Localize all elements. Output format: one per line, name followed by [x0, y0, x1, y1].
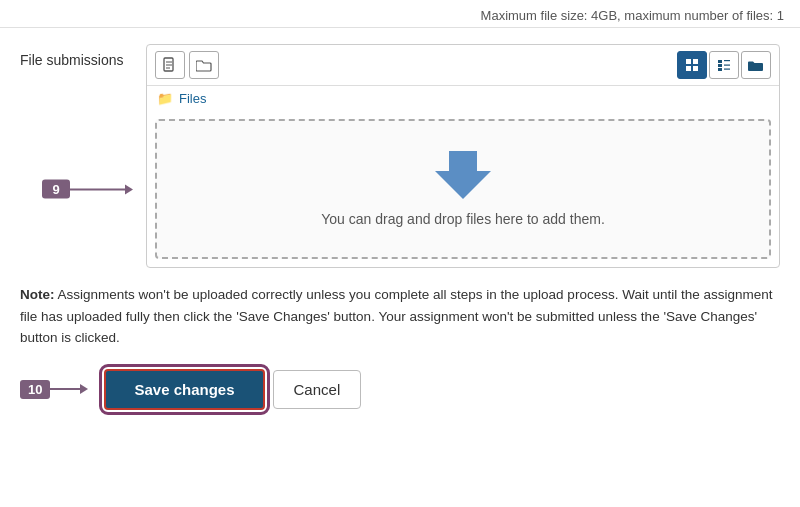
- breadcrumb-folder-icon: 📁: [157, 91, 173, 106]
- cancel-button[interactable]: Cancel: [273, 370, 362, 409]
- list-view-button[interactable]: [709, 51, 739, 79]
- callout-10-badge: 10: [20, 380, 50, 399]
- callout-9-container: 9: [42, 180, 133, 199]
- file-submissions-label: File submissions: [20, 44, 130, 68]
- note-section: Note: Assignments won't be uploaded corr…: [20, 284, 780, 349]
- grid-view-button[interactable]: [677, 51, 707, 79]
- note-body: Assignments won't be uploaded correctly …: [20, 287, 772, 345]
- svg-rect-9: [724, 60, 730, 61]
- dropzone[interactable]: You can drag and drop files here to add …: [155, 119, 771, 259]
- callout-10-arrowhead: [80, 384, 88, 394]
- save-changes-button[interactable]: Save changes: [104, 369, 264, 410]
- new-folder-icon: [196, 58, 212, 72]
- svg-rect-13: [724, 69, 730, 70]
- folder-view-button[interactable]: [741, 51, 771, 79]
- svg-rect-12: [718, 68, 722, 71]
- svg-rect-8: [718, 60, 722, 63]
- list-view-icon: [717, 58, 731, 72]
- svg-rect-5: [693, 59, 698, 64]
- top-bar: Maximum file size: 4GB, maximum number o…: [0, 0, 800, 28]
- svg-rect-10: [718, 64, 722, 67]
- callout-10-arrow-line: [50, 388, 80, 390]
- folder-view-icon: [748, 59, 764, 72]
- callout-9-arrowhead: [125, 184, 133, 194]
- svg-rect-11: [724, 65, 730, 66]
- top-bar-text: Maximum file size: 4GB, maximum number o…: [481, 8, 784, 23]
- svg-rect-7: [693, 66, 698, 71]
- new-file-button[interactable]: [155, 51, 185, 79]
- drop-arrow-icon: [435, 151, 491, 199]
- file-panel-toolbar: [147, 45, 779, 86]
- svg-rect-4: [686, 59, 691, 64]
- callout-10-container: 10: [20, 380, 88, 399]
- breadcrumb-files-link[interactable]: Files: [179, 91, 206, 106]
- file-panel: 📁 Files 9 You can drag and drop files he…: [146, 44, 780, 268]
- file-breadcrumb: 📁 Files: [147, 86, 779, 111]
- new-file-icon: [163, 57, 177, 73]
- note-prefix: Note:: [20, 287, 55, 302]
- callout-9-arrow-line: [70, 188, 125, 190]
- button-row: 10 Save changes Cancel: [20, 369, 780, 410]
- svg-rect-6: [686, 66, 691, 71]
- grid-view-icon: [685, 58, 699, 72]
- dropzone-text: You can drag and drop files here to add …: [321, 211, 605, 227]
- new-folder-button[interactable]: [189, 51, 219, 79]
- callout-9-badge: 9: [42, 180, 70, 199]
